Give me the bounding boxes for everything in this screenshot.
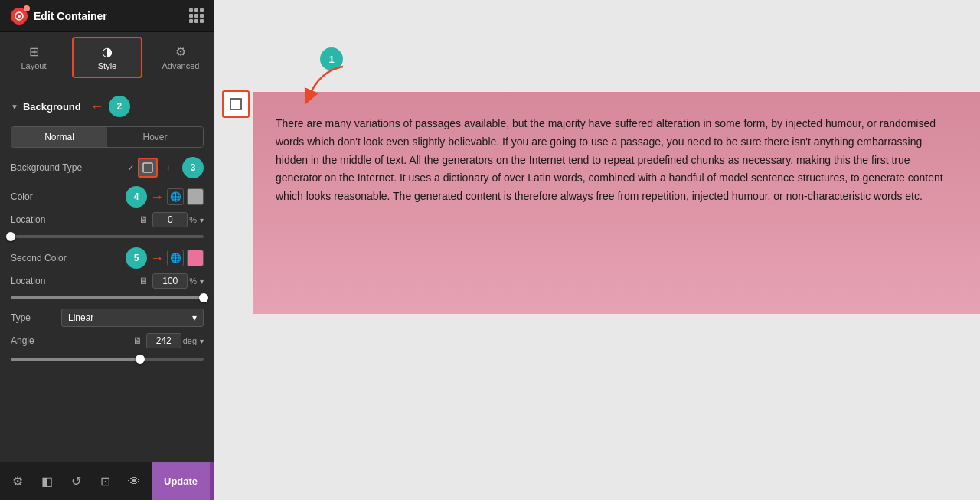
monitor-icon-2: 🖥 bbox=[139, 276, 148, 286]
check-icon: ✓ bbox=[127, 162, 135, 173]
location-2-label: Location bbox=[11, 276, 134, 286]
location-1-input[interactable] bbox=[152, 212, 188, 227]
annotation-circle-2: 2 bbox=[109, 96, 130, 117]
color-row: Color 4 → 🌐 bbox=[0, 183, 214, 211]
angle-slider-row bbox=[0, 351, 214, 367]
header-left: Edit Container bbox=[11, 8, 107, 25]
deg-control: deg ▾ bbox=[146, 333, 204, 348]
type-row: Type Linear ▾ bbox=[0, 306, 214, 330]
sidebar-header: Edit Container bbox=[0, 0, 214, 32]
deg-unit: deg bbox=[183, 336, 197, 345]
bottom-tools-group: ⚙ ◧ ↺ ⊡ 👁 bbox=[0, 469, 152, 495]
history-tool[interactable]: ↺ bbox=[63, 469, 89, 495]
monitor-icon-1: 🖥 bbox=[139, 214, 148, 225]
svg-rect-2 bbox=[143, 163, 152, 172]
color-controls: 4 → 🌐 bbox=[126, 186, 204, 208]
settings-tool[interactable]: ⚙ bbox=[5, 469, 31, 495]
location-row-2: Location 🖥 % ▾ bbox=[0, 272, 214, 290]
annotation-1-container: 1 bbox=[320, 47, 343, 70]
tab-style[interactable]: ◑ Style bbox=[72, 37, 142, 78]
hover-button[interactable]: Hover bbox=[107, 127, 203, 147]
page-title: Edit Container bbox=[34, 10, 107, 22]
grid-icon[interactable] bbox=[189, 8, 204, 23]
slider-track-1[interactable] bbox=[11, 235, 204, 238]
chevron-down-icon-angle[interactable]: ▾ bbox=[200, 337, 204, 345]
content-box: There are many variations of passages av… bbox=[253, 92, 980, 314]
annotation-circle-4: 4 bbox=[126, 186, 147, 208]
slider-thumb-1[interactable] bbox=[6, 232, 15, 241]
percent-unit-2: % bbox=[189, 276, 197, 286]
annotation-1-arrow bbox=[297, 63, 351, 109]
selection-handle[interactable] bbox=[222, 90, 250, 118]
percent-control-2: % ▾ bbox=[152, 273, 204, 289]
style-icon: ◑ bbox=[102, 44, 113, 59]
angle-label: Angle bbox=[11, 335, 128, 346]
background-type-controls: ✓ ← 3 bbox=[127, 157, 204, 178]
type-label: Type bbox=[11, 312, 57, 323]
container-icon bbox=[142, 162, 153, 173]
global-second-color-icon[interactable]: 🌐 bbox=[167, 250, 184, 266]
normal-button[interactable]: Normal bbox=[11, 127, 107, 147]
collapse-arrow-icon: ▼ bbox=[11, 103, 18, 111]
annotation-circle-3: 3 bbox=[182, 157, 204, 178]
arrow-right-5-icon: → bbox=[150, 250, 164, 266]
location-2-input[interactable] bbox=[152, 273, 188, 289]
layers-tool[interactable]: ◧ bbox=[34, 469, 60, 495]
tabs-container: ⊞ Layout ◑ Style ⚙ Advanced bbox=[0, 32, 214, 83]
slider-row-1 bbox=[0, 229, 214, 244]
tab-advanced[interactable]: ⚙ Advanced bbox=[147, 38, 214, 77]
tab-advanced-label: Advanced bbox=[162, 61, 200, 70]
background-type-row: Background Type ✓ ← 3 bbox=[0, 152, 214, 183]
type-value: Linear bbox=[68, 312, 93, 323]
angle-row: Angle 🖥 deg ▾ bbox=[0, 330, 214, 351]
angle-slider-track[interactable] bbox=[11, 358, 204, 361]
slider-fill-2 bbox=[11, 296, 204, 299]
annotation-circle-5: 5 bbox=[126, 247, 147, 269]
normal-hover-toggle: Normal Hover bbox=[11, 126, 204, 148]
background-type-label: Background Type bbox=[11, 162, 122, 173]
container-handle-icon bbox=[230, 98, 242, 110]
angle-slider-thumb[interactable] bbox=[136, 355, 145, 364]
main-content: 1 There are many variations of passages … bbox=[214, 0, 980, 500]
tab-layout-label: Layout bbox=[21, 61, 46, 70]
content-paragraph: There are many variations of passages av… bbox=[276, 115, 957, 206]
type-select[interactable]: Linear ▾ bbox=[61, 309, 204, 327]
panel-content: ▼ Background ← 2 Normal Hover Background… bbox=[0, 83, 214, 462]
responsive-tool[interactable]: ⊡ bbox=[92, 469, 118, 495]
monitor-icon-angle: 🖥 bbox=[132, 335, 142, 346]
background-section-title: Background bbox=[23, 101, 81, 113]
slider-track-2[interactable] bbox=[11, 296, 204, 299]
location-1-label: Location bbox=[11, 214, 134, 225]
arrow-left-3-icon: ← bbox=[164, 160, 178, 176]
angle-input[interactable] bbox=[146, 333, 181, 348]
sidebar: Edit Container ⊞ Layout ◑ Style ⚙ Advanc… bbox=[0, 0, 214, 500]
slider-row-2 bbox=[0, 290, 214, 306]
tab-style-label: Style bbox=[98, 61, 116, 70]
update-button[interactable]: Update bbox=[152, 462, 210, 500]
color-label: Color bbox=[11, 191, 121, 202]
annotation-2-container: ← 2 bbox=[90, 96, 130, 117]
bottom-toolbar: ⚙ ◧ ↺ ⊡ 👁 Update ▲ bbox=[0, 462, 214, 500]
color-swatch-2[interactable] bbox=[187, 250, 204, 266]
app-logo bbox=[11, 8, 28, 25]
arrow-right-4-icon: → bbox=[150, 189, 164, 205]
percent-unit-1: % bbox=[189, 215, 197, 224]
advanced-icon: ⚙ bbox=[175, 44, 186, 59]
layout-icon: ⊞ bbox=[29, 44, 39, 59]
slider-thumb-2[interactable] bbox=[199, 293, 208, 302]
svg-point-1 bbox=[18, 15, 21, 18]
second-color-row: Second Color 5 → 🌐 bbox=[0, 244, 214, 272]
second-color-label: Second Color bbox=[11, 253, 121, 263]
preview-tool[interactable]: 👁 bbox=[121, 469, 147, 495]
color-swatch-1[interactable] bbox=[187, 188, 204, 205]
background-section-header[interactable]: ▼ Background ← 2 bbox=[0, 91, 214, 122]
background-type-box[interactable] bbox=[138, 158, 158, 178]
chevron-down-icon-1[interactable]: ▾ bbox=[200, 216, 204, 224]
global-color-icon[interactable]: 🌐 bbox=[167, 188, 184, 205]
chevron-down-icon-2[interactable]: ▾ bbox=[200, 277, 204, 286]
arrow-left-2-icon: ← bbox=[90, 99, 104, 115]
percent-control-1: % ▾ bbox=[152, 212, 204, 227]
tab-layout[interactable]: ⊞ Layout bbox=[0, 38, 67, 77]
angle-slider-fill bbox=[11, 358, 140, 361]
select-chevron-icon: ▾ bbox=[192, 312, 197, 323]
